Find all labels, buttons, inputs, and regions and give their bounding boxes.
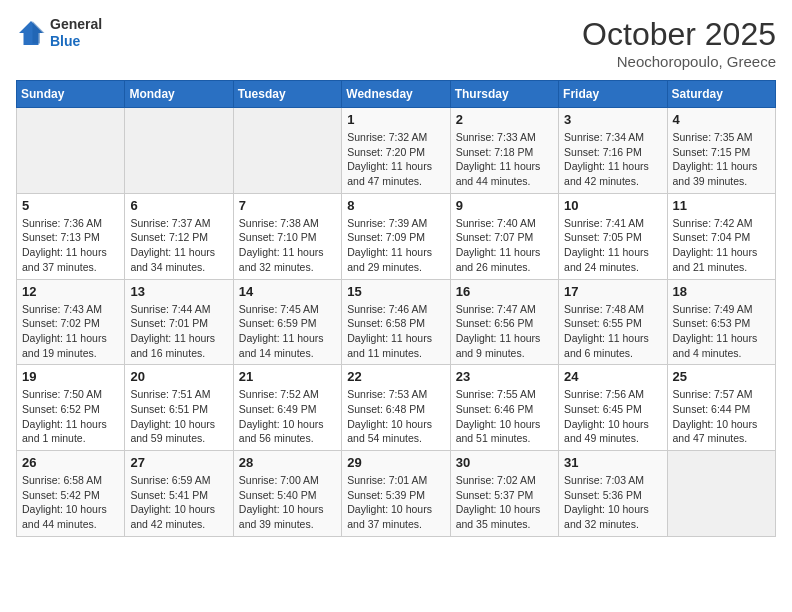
day-info: Sunrise: 7:57 AM Sunset: 6:44 PM Dayligh… [673, 387, 770, 446]
weekday-header-wednesday: Wednesday [342, 81, 450, 108]
calendar-cell: 5Sunrise: 7:36 AM Sunset: 7:13 PM Daylig… [17, 193, 125, 279]
day-number: 5 [22, 198, 119, 213]
calendar-week-5: 26Sunrise: 6:58 AM Sunset: 5:42 PM Dayli… [17, 451, 776, 537]
svg-marker-1 [33, 21, 45, 44]
day-number: 24 [564, 369, 661, 384]
day-info: Sunrise: 7:03 AM Sunset: 5:36 PM Dayligh… [564, 473, 661, 532]
calendar-cell [17, 108, 125, 194]
day-info: Sunrise: 6:59 AM Sunset: 5:41 PM Dayligh… [130, 473, 227, 532]
calendar-cell: 30Sunrise: 7:02 AM Sunset: 5:37 PM Dayli… [450, 451, 558, 537]
day-number: 16 [456, 284, 553, 299]
calendar-cell: 29Sunrise: 7:01 AM Sunset: 5:39 PM Dayli… [342, 451, 450, 537]
page-header: General Blue October 2025 Neochoropoulo,… [16, 16, 776, 70]
calendar-cell: 2Sunrise: 7:33 AM Sunset: 7:18 PM Daylig… [450, 108, 558, 194]
calendar-cell: 10Sunrise: 7:41 AM Sunset: 7:05 PM Dayli… [559, 193, 667, 279]
weekday-header-tuesday: Tuesday [233, 81, 341, 108]
day-info: Sunrise: 7:02 AM Sunset: 5:37 PM Dayligh… [456, 473, 553, 532]
calendar-cell: 22Sunrise: 7:53 AM Sunset: 6:48 PM Dayli… [342, 365, 450, 451]
calendar-cell: 3Sunrise: 7:34 AM Sunset: 7:16 PM Daylig… [559, 108, 667, 194]
calendar-cell: 31Sunrise: 7:03 AM Sunset: 5:36 PM Dayli… [559, 451, 667, 537]
weekday-header-sunday: Sunday [17, 81, 125, 108]
day-number: 7 [239, 198, 336, 213]
calendar-cell: 24Sunrise: 7:56 AM Sunset: 6:45 PM Dayli… [559, 365, 667, 451]
day-info: Sunrise: 7:00 AM Sunset: 5:40 PM Dayligh… [239, 473, 336, 532]
calendar-cell: 4Sunrise: 7:35 AM Sunset: 7:15 PM Daylig… [667, 108, 775, 194]
day-number: 11 [673, 198, 770, 213]
day-number: 3 [564, 112, 661, 127]
day-number: 9 [456, 198, 553, 213]
day-number: 26 [22, 455, 119, 470]
day-info: Sunrise: 7:35 AM Sunset: 7:15 PM Dayligh… [673, 130, 770, 189]
day-number: 1 [347, 112, 444, 127]
calendar-cell: 8Sunrise: 7:39 AM Sunset: 7:09 PM Daylig… [342, 193, 450, 279]
calendar-cell: 27Sunrise: 6:59 AM Sunset: 5:41 PM Dayli… [125, 451, 233, 537]
calendar-cell: 11Sunrise: 7:42 AM Sunset: 7:04 PM Dayli… [667, 193, 775, 279]
weekday-header-monday: Monday [125, 81, 233, 108]
weekday-header-friday: Friday [559, 81, 667, 108]
day-info: Sunrise: 7:34 AM Sunset: 7:16 PM Dayligh… [564, 130, 661, 189]
day-info: Sunrise: 7:39 AM Sunset: 7:09 PM Dayligh… [347, 216, 444, 275]
day-number: 15 [347, 284, 444, 299]
month-title: October 2025 [582, 16, 776, 53]
logo-icon [16, 18, 46, 48]
calendar-cell: 7Sunrise: 7:38 AM Sunset: 7:10 PM Daylig… [233, 193, 341, 279]
calendar-cell: 21Sunrise: 7:52 AM Sunset: 6:49 PM Dayli… [233, 365, 341, 451]
calendar-cell: 17Sunrise: 7:48 AM Sunset: 6:55 PM Dayli… [559, 279, 667, 365]
weekday-header-saturday: Saturday [667, 81, 775, 108]
logo-text: General Blue [50, 16, 102, 50]
calendar-cell: 18Sunrise: 7:49 AM Sunset: 6:53 PM Dayli… [667, 279, 775, 365]
day-number: 12 [22, 284, 119, 299]
day-number: 25 [673, 369, 770, 384]
calendar-cell: 14Sunrise: 7:45 AM Sunset: 6:59 PM Dayli… [233, 279, 341, 365]
day-info: Sunrise: 7:40 AM Sunset: 7:07 PM Dayligh… [456, 216, 553, 275]
day-info: Sunrise: 7:55 AM Sunset: 6:46 PM Dayligh… [456, 387, 553, 446]
calendar-cell [233, 108, 341, 194]
day-info: Sunrise: 7:41 AM Sunset: 7:05 PM Dayligh… [564, 216, 661, 275]
calendar-cell [125, 108, 233, 194]
day-info: Sunrise: 7:42 AM Sunset: 7:04 PM Dayligh… [673, 216, 770, 275]
day-info: Sunrise: 7:47 AM Sunset: 6:56 PM Dayligh… [456, 302, 553, 361]
calendar-cell: 15Sunrise: 7:46 AM Sunset: 6:58 PM Dayli… [342, 279, 450, 365]
day-number: 22 [347, 369, 444, 384]
day-number: 31 [564, 455, 661, 470]
calendar-week-4: 19Sunrise: 7:50 AM Sunset: 6:52 PM Dayli… [17, 365, 776, 451]
day-number: 17 [564, 284, 661, 299]
day-info: Sunrise: 7:01 AM Sunset: 5:39 PM Dayligh… [347, 473, 444, 532]
day-number: 2 [456, 112, 553, 127]
day-number: 20 [130, 369, 227, 384]
day-info: Sunrise: 7:49 AM Sunset: 6:53 PM Dayligh… [673, 302, 770, 361]
day-number: 4 [673, 112, 770, 127]
calendar-cell: 6Sunrise: 7:37 AM Sunset: 7:12 PM Daylig… [125, 193, 233, 279]
calendar-cell: 13Sunrise: 7:44 AM Sunset: 7:01 PM Dayli… [125, 279, 233, 365]
day-number: 19 [22, 369, 119, 384]
day-info: Sunrise: 7:38 AM Sunset: 7:10 PM Dayligh… [239, 216, 336, 275]
calendar-week-3: 12Sunrise: 7:43 AM Sunset: 7:02 PM Dayli… [17, 279, 776, 365]
calendar-cell: 19Sunrise: 7:50 AM Sunset: 6:52 PM Dayli… [17, 365, 125, 451]
day-info: Sunrise: 7:33 AM Sunset: 7:18 PM Dayligh… [456, 130, 553, 189]
day-info: Sunrise: 7:37 AM Sunset: 7:12 PM Dayligh… [130, 216, 227, 275]
day-number: 21 [239, 369, 336, 384]
weekday-header-row: SundayMondayTuesdayWednesdayThursdayFrid… [17, 81, 776, 108]
calendar-cell: 16Sunrise: 7:47 AM Sunset: 6:56 PM Dayli… [450, 279, 558, 365]
calendar-cell: 23Sunrise: 7:55 AM Sunset: 6:46 PM Dayli… [450, 365, 558, 451]
day-info: Sunrise: 7:53 AM Sunset: 6:48 PM Dayligh… [347, 387, 444, 446]
logo: General Blue [16, 16, 102, 50]
day-number: 23 [456, 369, 553, 384]
day-info: Sunrise: 7:50 AM Sunset: 6:52 PM Dayligh… [22, 387, 119, 446]
calendar-week-2: 5Sunrise: 7:36 AM Sunset: 7:13 PM Daylig… [17, 193, 776, 279]
title-block: October 2025 Neochoropoulo, Greece [582, 16, 776, 70]
day-info: Sunrise: 6:58 AM Sunset: 5:42 PM Dayligh… [22, 473, 119, 532]
day-info: Sunrise: 7:43 AM Sunset: 7:02 PM Dayligh… [22, 302, 119, 361]
calendar-cell: 25Sunrise: 7:57 AM Sunset: 6:44 PM Dayli… [667, 365, 775, 451]
calendar-cell: 12Sunrise: 7:43 AM Sunset: 7:02 PM Dayli… [17, 279, 125, 365]
calendar-cell: 26Sunrise: 6:58 AM Sunset: 5:42 PM Dayli… [17, 451, 125, 537]
day-info: Sunrise: 7:52 AM Sunset: 6:49 PM Dayligh… [239, 387, 336, 446]
calendar-cell: 28Sunrise: 7:00 AM Sunset: 5:40 PM Dayli… [233, 451, 341, 537]
day-number: 10 [564, 198, 661, 213]
day-number: 14 [239, 284, 336, 299]
day-info: Sunrise: 7:45 AM Sunset: 6:59 PM Dayligh… [239, 302, 336, 361]
day-number: 29 [347, 455, 444, 470]
location: Neochoropoulo, Greece [582, 53, 776, 70]
day-number: 8 [347, 198, 444, 213]
calendar-cell: 9Sunrise: 7:40 AM Sunset: 7:07 PM Daylig… [450, 193, 558, 279]
